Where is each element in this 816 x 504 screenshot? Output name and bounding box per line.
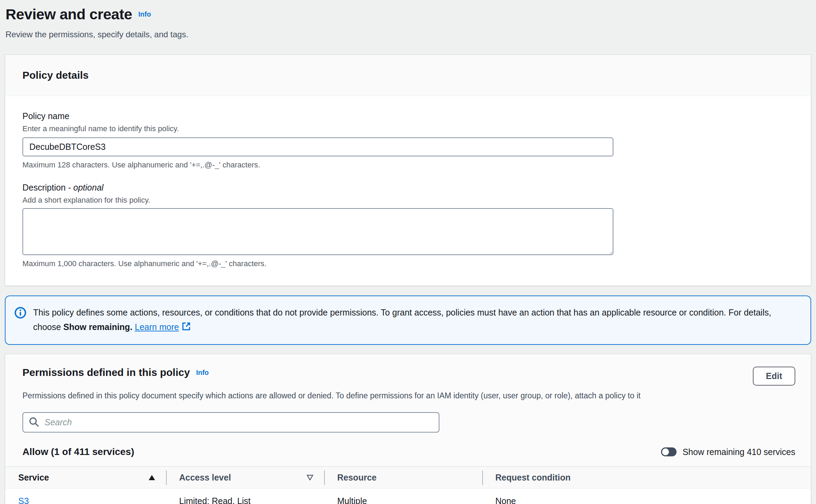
description-textarea[interactable] (22, 208, 613, 255)
description-description: Add a short explanation for this policy. (22, 196, 794, 205)
column-header-request-condition[interactable]: Request condition (482, 467, 811, 488)
permissions-card-header: Permissions defined in this policy Info … (5, 354, 811, 457)
policy-details-card-header: Policy details (5, 55, 811, 96)
info-circle-icon (14, 307, 26, 320)
sort-ascending-icon[interactable] (148, 473, 156, 483)
alert-text: This policy defines some actions, resour… (33, 305, 800, 335)
info-alert: This policy defines some actions, resour… (5, 295, 811, 345)
policy-details-body: Policy name Enter a meaningful name to i… (5, 96, 811, 285)
page-header: Review and create Info Review the permis… (5, 4, 811, 39)
permissions-info-link[interactable]: Info (196, 369, 209, 377)
show-remaining-toggle[interactable] (661, 447, 677, 456)
description-constraint: Maximum 1,000 characters. Use alphanumer… (22, 259, 794, 268)
policy-name-input[interactable] (22, 137, 613, 156)
permissions-table: Service Access level Resource Request co… (5, 466, 811, 504)
column-header-access-level[interactable]: Access level (166, 467, 324, 488)
search-icon (29, 417, 39, 428)
permissions-title: Permissions defined in this policy (22, 367, 190, 378)
alert-text-bold: Show remaining. (64, 322, 133, 332)
page-title: Review and create (6, 6, 132, 23)
learn-more-link[interactable]: Learn more (135, 322, 179, 332)
cell-access-level: Limited: Read, List (166, 488, 324, 504)
cell-resource: Multiple (324, 488, 482, 504)
review-and-create-page: Review and create Info Review the permis… (0, 0, 816, 504)
cell-request-condition: None (482, 488, 811, 504)
allow-heading: Allow (1 of 411 services) (22, 446, 134, 457)
page-title-info-link[interactable]: Info (138, 10, 151, 18)
search-box[interactable] (22, 412, 439, 433)
table-row: S3 Limited: Read, List Multiple None (5, 488, 811, 504)
cell-service: S3 (5, 488, 166, 504)
policy-name-label: Policy name (22, 111, 794, 121)
edit-button[interactable]: Edit (753, 367, 795, 386)
column-header-resource[interactable]: Resource (324, 467, 482, 488)
policy-details-card: Policy details Policy name Enter a meani… (5, 55, 811, 286)
column-header-service[interactable]: Service (5, 467, 166, 488)
external-link-icon[interactable] (182, 321, 191, 335)
permissions-description: Permissions defined in this policy docum… (22, 391, 795, 400)
show-remaining-toggle-group: Show remaining 410 services (661, 447, 795, 457)
policy-name-description: Enter a meaningful name to identify this… (22, 124, 794, 133)
table-header-row: Service Access level Resource Request co… (5, 466, 811, 488)
toggle-knob (662, 448, 669, 455)
description-label: Description - optional (22, 183, 794, 193)
search-input[interactable] (44, 417, 433, 428)
service-s3-link[interactable]: S3 (18, 496, 29, 504)
show-remaining-toggle-label: Show remaining 410 services (682, 447, 795, 457)
policy-details-title: Policy details (22, 69, 794, 81)
description-optional-suffix: - optional (68, 183, 104, 192)
allow-row: Allow (1 of 411 services) Show remaining… (22, 446, 795, 457)
policy-name-constraint: Maximum 128 characters. Use alphanumeric… (22, 161, 794, 169)
permissions-card: Permissions defined in this policy Info … (5, 354, 811, 504)
sort-descending-outline-icon[interactable] (306, 473, 314, 483)
page-subtitle: Review the permissions, specify details,… (6, 30, 811, 39)
